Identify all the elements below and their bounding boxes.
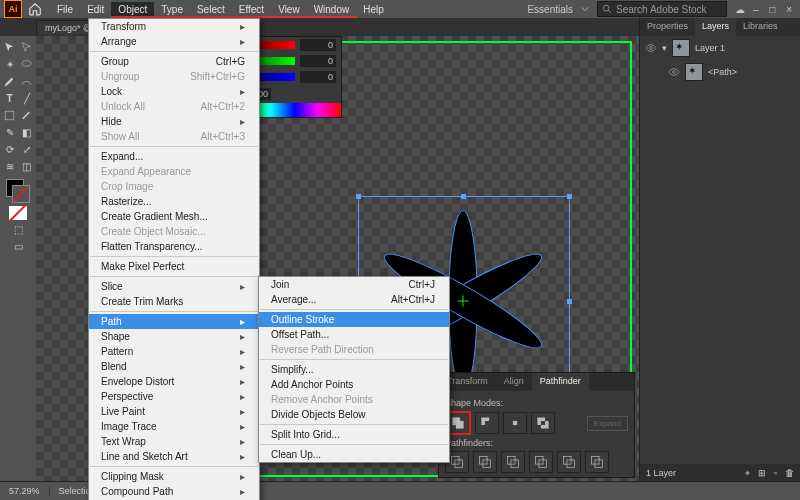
menu-arrange[interactable]: Arrange▸	[89, 34, 259, 49]
color-none-swatch[interactable]	[9, 206, 27, 220]
submenu-divide-below[interactable]: Divide Objects Below	[259, 407, 449, 422]
menubar-select[interactable]: Select	[190, 2, 232, 17]
menu-expand-appearance[interactable]: Expand Appearance	[89, 164, 259, 179]
submenu-split-grid[interactable]: Split Into Grid...	[259, 427, 449, 442]
menu-ungroup[interactable]: UngroupShift+Ctrl+G	[89, 69, 259, 84]
menubar-view[interactable]: View	[271, 2, 307, 17]
menu-expand[interactable]: Expand...	[89, 149, 259, 164]
expand-toggle[interactable]: ▾	[662, 43, 667, 53]
submenu-clean-up[interactable]: Clean Up...	[259, 447, 449, 462]
new-layer-icon[interactable]: ▫	[774, 468, 777, 478]
menu-flatten[interactable]: Flatten Transparency...	[89, 239, 259, 254]
menu-perspective[interactable]: Perspective▸	[89, 389, 259, 404]
menu-lock[interactable]: Lock▸	[89, 84, 259, 99]
submenu-remove-anchor[interactable]: Remove Anchor Points	[259, 392, 449, 407]
submenu-average[interactable]: Average...Alt+Ctrl+J	[259, 292, 449, 307]
line-tool[interactable]: ╱	[19, 90, 35, 106]
submenu-reverse[interactable]: Reverse Path Direction	[259, 342, 449, 357]
menu-pixel-perfect[interactable]: Make Pixel Perfect	[89, 259, 259, 274]
lasso-tool[interactable]	[19, 56, 35, 72]
submenu-join[interactable]: JoinCtrl+J	[259, 277, 449, 292]
rotate-tool[interactable]: ⟳	[2, 141, 18, 157]
menu-pattern[interactable]: Pattern▸	[89, 344, 259, 359]
type-tool[interactable]: T	[2, 90, 18, 106]
search-input[interactable]: Search Adobe Stock	[597, 1, 727, 17]
crop-button[interactable]	[529, 451, 553, 473]
menu-trim-marks[interactable]: Create Trim Marks	[89, 294, 259, 309]
menu-text-wrap[interactable]: Text Wrap▸	[89, 434, 259, 449]
selection-tool[interactable]	[2, 39, 18, 55]
screen-mode[interactable]: ▭	[10, 238, 26, 254]
menu-clipping-mask[interactable]: Clipping Mask▸	[89, 469, 259, 484]
expand-button[interactable]: Expand	[587, 416, 628, 431]
submenu-simplify[interactable]: Simplify...	[259, 362, 449, 377]
curvature-tool[interactable]	[19, 73, 35, 89]
new-sublayer-icon[interactable]: ⊞	[758, 468, 766, 478]
layer-row[interactable]: ▾ Layer 1	[640, 36, 800, 60]
eraser-tool[interactable]: ◧	[19, 124, 35, 140]
menu-path[interactable]: Path▸	[89, 314, 259, 329]
tab-align[interactable]: Align	[496, 373, 532, 391]
menu-unlock-all[interactable]: Unlock AllAlt+Ctrl+2	[89, 99, 259, 114]
workspace-switcher[interactable]: Essentials	[527, 4, 573, 15]
submenu-outline-stroke[interactable]: Outline Stroke	[259, 312, 449, 327]
minus-front-button[interactable]	[475, 412, 499, 434]
menubar-window[interactable]: Window	[307, 2, 357, 17]
window-controls[interactable]: – □ ×	[753, 4, 796, 15]
sync-icon[interactable]: ☁	[735, 4, 745, 15]
menubar-help[interactable]: Help	[356, 2, 391, 17]
menu-live-paint[interactable]: Live Paint▸	[89, 404, 259, 419]
menu-slice[interactable]: Slice▸	[89, 279, 259, 294]
home-icon[interactable]	[28, 2, 42, 16]
menubar-file[interactable]: File	[50, 2, 80, 17]
locate-icon[interactable]: ⌖	[745, 468, 750, 479]
menubar-type[interactable]: Type	[154, 2, 190, 17]
menu-shape[interactable]: Shape▸	[89, 329, 259, 344]
menu-line-sketch[interactable]: Line and Sketch Art▸	[89, 449, 259, 464]
color-b-value[interactable]: 0	[300, 71, 336, 83]
minus-back-button[interactable]	[585, 451, 609, 473]
menu-crop-image[interactable]: Crop Image	[89, 179, 259, 194]
direct-selection-tool[interactable]	[19, 39, 35, 55]
scale-tool[interactable]: ⤢	[19, 141, 35, 157]
pen-tool[interactable]	[2, 73, 18, 89]
tab-layers[interactable]: Layers	[695, 18, 736, 36]
menubar-edit[interactable]: Edit	[80, 2, 111, 17]
pathfinder-panel[interactable]: Transform Align Pathfinder Shape Modes: …	[438, 372, 635, 478]
delete-layer-icon[interactable]: 🗑	[785, 468, 794, 478]
visibility-icon[interactable]	[668, 66, 680, 78]
menu-envelope[interactable]: Envelope Distort▸	[89, 374, 259, 389]
tab-pathfinder[interactable]: Pathfinder	[532, 373, 589, 391]
menu-group[interactable]: GroupCtrl+G	[89, 54, 259, 69]
width-tool[interactable]: ≋	[2, 158, 18, 174]
brush-tool[interactable]	[19, 107, 35, 123]
app-logo[interactable]: Ai	[4, 0, 22, 18]
object-menu-dropdown[interactable]: Transform▸ Arrange▸ GroupCtrl+G UngroupS…	[88, 18, 260, 500]
submenu-offset-path[interactable]: Offset Path...	[259, 327, 449, 342]
sublayer-name[interactable]: <Path>	[708, 67, 737, 77]
color-r-value[interactable]: 0	[300, 39, 336, 51]
free-transform-tool[interactable]: ◫	[19, 158, 35, 174]
exclude-button[interactable]	[531, 412, 555, 434]
menu-show-all[interactable]: Show AllAlt+Ctrl+3	[89, 129, 259, 144]
fill-stroke-swatch[interactable]	[6, 179, 30, 203]
trim-button[interactable]	[473, 451, 497, 473]
tab-libraries[interactable]: Libraries	[736, 18, 785, 36]
menubar-object[interactable]: Object	[111, 2, 154, 17]
merge-button[interactable]	[501, 451, 525, 473]
menu-compound-path[interactable]: Compound Path▸	[89, 484, 259, 499]
visibility-icon[interactable]	[645, 42, 657, 54]
outline-button[interactable]	[557, 451, 581, 473]
magic-wand-tool[interactable]: ✴	[2, 56, 18, 72]
intersect-button[interactable]	[503, 412, 527, 434]
menu-rasterize[interactable]: Rasterize...	[89, 194, 259, 209]
rectangle-tool[interactable]	[2, 107, 18, 123]
menu-image-trace[interactable]: Image Trace▸	[89, 419, 259, 434]
color-g-value[interactable]: 0	[300, 55, 336, 67]
tab-properties[interactable]: Properties	[640, 18, 695, 36]
menu-transform[interactable]: Transform▸	[89, 19, 259, 34]
submenu-add-anchor[interactable]: Add Anchor Points	[259, 377, 449, 392]
drawing-mode[interactable]: ⬚	[10, 221, 26, 237]
path-submenu[interactable]: JoinCtrl+J Average...Alt+Ctrl+J Outline …	[258, 276, 450, 463]
shaper-tool[interactable]: ✎	[2, 124, 18, 140]
